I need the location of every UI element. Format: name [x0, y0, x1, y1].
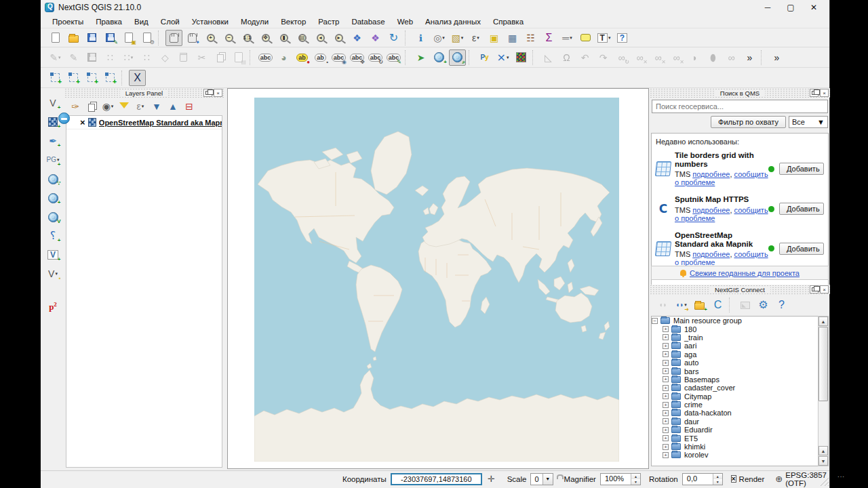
filter-by-expression-icon[interactable]: ε▾ — [133, 100, 148, 113]
add-virtual-layer-icon[interactable]: V+ — [45, 247, 62, 263]
cut-features-icon[interactable]: ✂ — [193, 49, 210, 66]
processing-toolbox-icon[interactable]: ⨯▾ — [494, 49, 511, 66]
qms-float-button[interactable] — [810, 89, 818, 97]
tree-item[interactable]: +_train — [652, 333, 828, 342]
maximize-button[interactable]: ▢ — [779, 0, 802, 15]
expand-icon[interactable]: + — [663, 393, 669, 399]
save-project-as-icon[interactable]: ✎ — [102, 30, 119, 46]
tree-item[interactable]: +aari — [652, 342, 828, 350]
x-plugin-icon[interactable]: X — [129, 70, 146, 86]
move-feature-icon[interactable]: ∷▾ — [120, 49, 137, 66]
toggle-editing-icon[interactable]: ✎ — [65, 49, 82, 66]
menu-web[interactable]: Web — [391, 16, 419, 27]
expand-icon[interactable]: + — [663, 418, 669, 424]
zoom-next-icon[interactable]: ▸ — [330, 30, 347, 46]
crs-value[interactable]: EPSG:3857 (OTF) — [785, 471, 827, 487]
layer-name[interactable]: OpenStreetMap Standard aka Mapnik — [99, 119, 222, 127]
zoom-full-icon[interactable]: ✥ — [257, 30, 274, 46]
rotate-feature-icon[interactable]: ⬮ — [705, 49, 722, 66]
copy-features-icon[interactable] — [212, 49, 229, 66]
rotation-spinbox[interactable]: 0,0 ▲▼ — [682, 473, 723, 485]
menu-справка[interactable]: Справка — [487, 16, 530, 27]
help-contents-icon[interactable]: ? — [614, 30, 631, 46]
tree-item[interactable]: +ET5 — [652, 434, 828, 442]
refresh-map-icon[interactable]: ↻ — [385, 30, 402, 46]
add-vector-layer-icon[interactable]: V+ — [45, 95, 62, 111]
statistics-icon[interactable]: Σ — [540, 30, 557, 46]
remove-layer-icon[interactable]: ⊟ — [182, 100, 197, 113]
open-project-icon[interactable] — [65, 30, 82, 46]
label-toolbar-icon[interactable]: abc — [257, 49, 274, 66]
tree-item[interactable]: +180 — [652, 325, 828, 333]
add-wms-layer-icon[interactable]: + — [45, 190, 62, 206]
add-service-button[interactable]: Добавить — [779, 203, 824, 215]
map-tips-icon[interactable] — [577, 30, 594, 46]
tree-item[interactable]: +bars — [652, 367, 828, 375]
extent-icon[interactable]: ✛ — [488, 474, 495, 484]
qms-search-input[interactable] — [652, 100, 828, 113]
tree-item[interactable]: −Main resource group — [652, 317, 828, 325]
manage-map-themes-icon[interactable]: ◉▾ — [100, 100, 115, 113]
zoom-native-icon[interactable]: 1:1 — [239, 30, 256, 46]
add-postgis-layer-icon[interactable]: PG+▾ — [45, 152, 62, 168]
new-project-icon[interactable] — [47, 30, 64, 46]
tree-item[interactable]: +data-hackaton — [652, 409, 828, 417]
spin-up-icon[interactable]: ▲ — [631, 474, 640, 479]
zoom-in-icon[interactable]: + — [202, 30, 219, 46]
show-bookmarks-icon[interactable]: ❖ — [367, 30, 384, 46]
attribute-table-icon[interactable]: ▦ — [504, 30, 521, 46]
connect-refresh-icon[interactable]: C — [709, 297, 726, 313]
expand-icon[interactable]: + — [663, 360, 669, 366]
pan-map-icon[interactable] — [165, 30, 182, 46]
expand-icon[interactable]: + — [663, 435, 669, 441]
connect-panel-titlebar[interactable]: NextGIS Connect × — [650, 285, 830, 294]
add-part-icon[interactable]: ∷ — [138, 49, 155, 66]
scale-combobox[interactable]: 0 ▼ — [530, 473, 553, 485]
expand-icon[interactable]: + — [663, 444, 669, 450]
tree-item[interactable]: +Citymap — [652, 392, 828, 401]
connect-close-button[interactable]: × — [820, 285, 829, 293]
add-wcs-layer-icon[interactable]: V — [45, 209, 62, 225]
expand-icon[interactable]: + — [663, 410, 669, 416]
menu-проекты[interactable]: Проекты — [46, 16, 90, 27]
zoom-to-layer-icon[interactable]: ▤ — [294, 30, 311, 46]
tree-item[interactable]: +aga — [652, 350, 828, 359]
geometry-tool-icon[interactable]: ◺ — [540, 49, 557, 66]
toolbar-overflow-2[interactable]: » — [768, 49, 785, 66]
expand-icon[interactable]: + — [663, 326, 669, 332]
menu-database[interactable]: Database — [345, 16, 391, 27]
filter-by-extent-button[interactable]: Фильтр по охвату — [711, 116, 786, 128]
label-properties-icon[interactable]: abc✎ — [385, 49, 402, 66]
topology-select-icon[interactable] — [83, 70, 100, 86]
diagram-icon[interactable]: ◕ — [275, 49, 292, 66]
python-console-icon[interactable]: Py — [476, 49, 493, 66]
reshape-features-icon[interactable]: ∞✕ — [631, 49, 648, 66]
label-rotate-icon[interactable]: abc↻ — [367, 49, 384, 66]
add-feature-icon[interactable]: ∷ — [102, 49, 119, 66]
trim-extend-icon[interactable]: ∞ — [723, 49, 740, 66]
pan-to-selection-icon[interactable]: ✦ — [184, 30, 201, 46]
add-mesh-layer-icon[interactable]: ✒+ — [45, 133, 62, 149]
spin-down-icon[interactable]: ▼ — [631, 479, 640, 485]
new-print-layout-icon[interactable]: ▣ — [120, 30, 137, 46]
connect-settings-icon[interactable]: ⚙ — [755, 297, 772, 313]
close-button[interactable]: ✕ — [802, 0, 825, 15]
connect-help-icon[interactable]: ? — [773, 297, 790, 313]
field-calculator-icon[interactable]: ☷ — [522, 30, 539, 46]
toolbar-overflow-1[interactable]: » — [741, 49, 758, 66]
expand-icon[interactable]: + — [663, 452, 669, 458]
connect-float-button[interactable] — [810, 285, 818, 293]
offset-curve-icon[interactable]: ∞↻ — [613, 49, 630, 66]
expand-icon[interactable]: + — [663, 368, 669, 374]
menu-модули[interactable]: Модули — [235, 16, 275, 27]
current-edits-icon[interactable]: ✎▾ — [47, 49, 64, 66]
details-link[interactable]: подробнее — [692, 206, 730, 214]
collapse-icon[interactable]: − — [652, 318, 658, 324]
menu-правка[interactable]: Правка — [90, 16, 128, 27]
scroll-up-icon[interactable]: ▲ — [818, 317, 828, 326]
expand-icon[interactable]: + — [663, 351, 669, 357]
select-by-expression-icon[interactable]: ε▾ — [467, 30, 484, 46]
delete-selected-icon[interactable] — [175, 49, 192, 66]
tree-item[interactable]: +Eduardir — [652, 426, 828, 434]
crs-icon[interactable]: ⊕ — [775, 474, 783, 484]
